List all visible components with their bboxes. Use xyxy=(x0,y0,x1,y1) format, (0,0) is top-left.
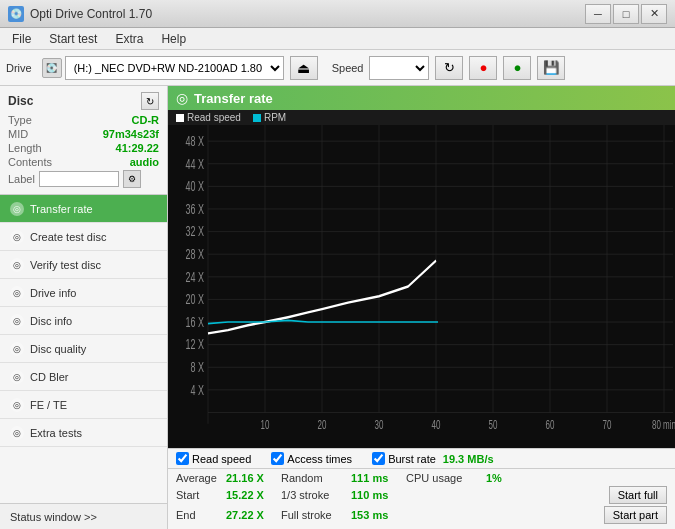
third-stroke-label: 1/3 stroke xyxy=(281,489,351,501)
stats-row-average: Average 21.16 X Random 111 ms CPU usage … xyxy=(176,472,667,484)
cpu-label: CPU usage xyxy=(406,472,486,484)
svg-text:44 X: 44 X xyxy=(185,155,204,172)
svg-text:50: 50 xyxy=(489,417,498,431)
nav-disc-info-label: Disc info xyxy=(30,315,72,327)
save-button[interactable]: 💾 xyxy=(537,56,565,80)
disc-refresh-button[interactable]: ↻ xyxy=(141,92,159,110)
nav-disc-info[interactable]: ◎ Disc info xyxy=(0,307,167,335)
access-times-checkbox-label[interactable]: Access times xyxy=(271,452,352,465)
svg-text:12 X: 12 X xyxy=(185,336,204,353)
disc-label-input[interactable] xyxy=(39,171,119,187)
disc-contents-label: Contents xyxy=(8,156,52,168)
svg-text:10: 10 xyxy=(261,417,270,431)
disc-title: Disc xyxy=(8,94,33,108)
menu-extra[interactable]: Extra xyxy=(107,30,151,48)
drive-icon: 💽 xyxy=(42,58,62,78)
full-stroke-label: Full stroke xyxy=(281,509,351,521)
start-label: Start xyxy=(176,489,226,501)
nav-verify-test-disc[interactable]: ◎ Verify test disc xyxy=(0,251,167,279)
end-label: End xyxy=(176,509,226,521)
disc-info-icon: ◎ xyxy=(10,314,24,328)
disc-label-button[interactable]: ⚙ xyxy=(123,170,141,188)
start-part-button[interactable]: Start part xyxy=(604,506,667,524)
stats-area: Read speed Access times Burst rate 19.3 … xyxy=(168,448,675,529)
transfer-rate-icon: ◎ xyxy=(10,202,24,216)
disc-length-value: 41:29.22 xyxy=(116,142,159,154)
burst-rate-checkbox-label[interactable]: Burst rate 19.3 MB/s xyxy=(372,452,493,465)
disc-section: Disc ↻ Type CD-R MID 97m34s23f Length 41… xyxy=(0,86,167,195)
average-value: 21.16 X xyxy=(226,472,281,484)
nav-transfer-rate[interactable]: ◎ Transfer rate xyxy=(0,195,167,223)
nav-extra-tests-label: Extra tests xyxy=(30,427,82,439)
maximize-button[interactable]: □ xyxy=(613,4,639,24)
nav-create-test-disc-label: Create test disc xyxy=(30,231,106,243)
svg-text:30: 30 xyxy=(375,417,384,431)
access-times-checkbox[interactable] xyxy=(271,452,284,465)
drive-select-wrapper: 💽 (H:) _NEC DVD+RW ND-2100AD 1.80 xyxy=(42,56,284,80)
stats-row-end: End 27.22 X Full stroke 153 ms Start par… xyxy=(176,506,667,524)
disc-quality-icon: ◎ xyxy=(10,342,24,356)
close-button[interactable]: ✕ xyxy=(641,4,667,24)
chart-header-icon: ◎ xyxy=(176,90,188,106)
svg-text:16 X: 16 X xyxy=(185,314,204,331)
nav-menu: ◎ Transfer rate ◎ Create test disc ◎ Ver… xyxy=(0,195,167,503)
app-title: Opti Drive Control 1.70 xyxy=(30,7,152,21)
nav-cd-bler[interactable]: ◎ CD Bler xyxy=(0,363,167,391)
app-icon: 💿 xyxy=(8,6,24,22)
extra-tests-icon: ◎ xyxy=(10,426,24,440)
status-window-button[interactable]: Status window >> xyxy=(0,503,167,529)
svg-text:20: 20 xyxy=(318,417,327,431)
left-panel: Disc ↻ Type CD-R MID 97m34s23f Length 41… xyxy=(0,86,168,529)
nav-fe-te[interactable]: ◎ FE / TE xyxy=(0,391,167,419)
end-value: 27.22 X xyxy=(226,509,281,521)
svg-text:8 X: 8 X xyxy=(190,359,204,376)
menu-help[interactable]: Help xyxy=(153,30,194,48)
chart-legend: Read speed RPM xyxy=(168,110,675,125)
svg-text:32 X: 32 X xyxy=(185,223,204,240)
svg-text:4 X: 4 X xyxy=(190,381,204,398)
nav-create-test-disc[interactable]: ◎ Create test disc xyxy=(0,223,167,251)
read-speed-checkbox-text: Read speed xyxy=(192,453,251,465)
random-label: Random xyxy=(281,472,351,484)
refresh-button[interactable]: ↻ xyxy=(435,56,463,80)
cpu-value: 1% xyxy=(486,472,526,484)
burst-rate-value: 19.3 MB/s xyxy=(443,453,494,465)
speed-select[interactable] xyxy=(369,56,429,80)
green-button[interactable]: ● xyxy=(503,56,531,80)
nav-verify-test-disc-label: Verify test disc xyxy=(30,259,101,271)
svg-text:24 X: 24 X xyxy=(185,268,204,285)
read-speed-checkbox[interactable] xyxy=(176,452,189,465)
title-bar: 💿 Opti Drive Control 1.70 ─ □ ✕ xyxy=(0,0,675,28)
right-panel: ◎ Transfer rate Read speed RPM xyxy=(168,86,675,529)
nav-transfer-rate-label: Transfer rate xyxy=(30,203,93,215)
nav-drive-info[interactable]: ◎ Drive info xyxy=(0,279,167,307)
nav-disc-quality[interactable]: ◎ Disc quality xyxy=(0,335,167,363)
eject-button[interactable]: ⏏ xyxy=(290,56,318,80)
toolbar: Drive 💽 (H:) _NEC DVD+RW ND-2100AD 1.80 … xyxy=(0,50,675,86)
svg-text:80 min: 80 min xyxy=(652,417,675,431)
rpm-legend-dot xyxy=(253,114,261,122)
random-value: 111 ms xyxy=(351,472,406,484)
stats-row-start: Start 15.22 X 1/3 stroke 110 ms Start fu… xyxy=(176,486,667,504)
drive-label: Drive xyxy=(6,62,32,74)
nav-extra-tests[interactable]: ◎ Extra tests xyxy=(0,419,167,447)
menu-file[interactable]: File xyxy=(4,30,39,48)
menu-start-test[interactable]: Start test xyxy=(41,30,105,48)
start-value: 15.22 X xyxy=(226,489,281,501)
drive-select[interactable]: (H:) _NEC DVD+RW ND-2100AD 1.80 xyxy=(65,56,284,80)
disc-mid-label: MID xyxy=(8,128,28,140)
burst-rate-checkbox-text: Burst rate xyxy=(388,453,436,465)
read-speed-checkbox-label[interactable]: Read speed xyxy=(176,452,251,465)
chart-title: Transfer rate xyxy=(194,91,273,106)
stats-checkboxes: Read speed Access times Burst rate 19.3 … xyxy=(168,449,675,469)
main-layout: Disc ↻ Type CD-R MID 97m34s23f Length 41… xyxy=(0,86,675,529)
svg-text:48 X: 48 X xyxy=(185,133,204,150)
disc-contents-value: audio xyxy=(130,156,159,168)
svg-text:40 X: 40 X xyxy=(185,178,204,195)
verify-test-disc-icon: ◎ xyxy=(10,258,24,272)
minimize-button[interactable]: ─ xyxy=(585,4,611,24)
red-button[interactable]: ● xyxy=(469,56,497,80)
start-full-button[interactable]: Start full xyxy=(609,486,667,504)
burst-rate-checkbox[interactable] xyxy=(372,452,385,465)
full-stroke-value: 153 ms xyxy=(351,509,406,521)
